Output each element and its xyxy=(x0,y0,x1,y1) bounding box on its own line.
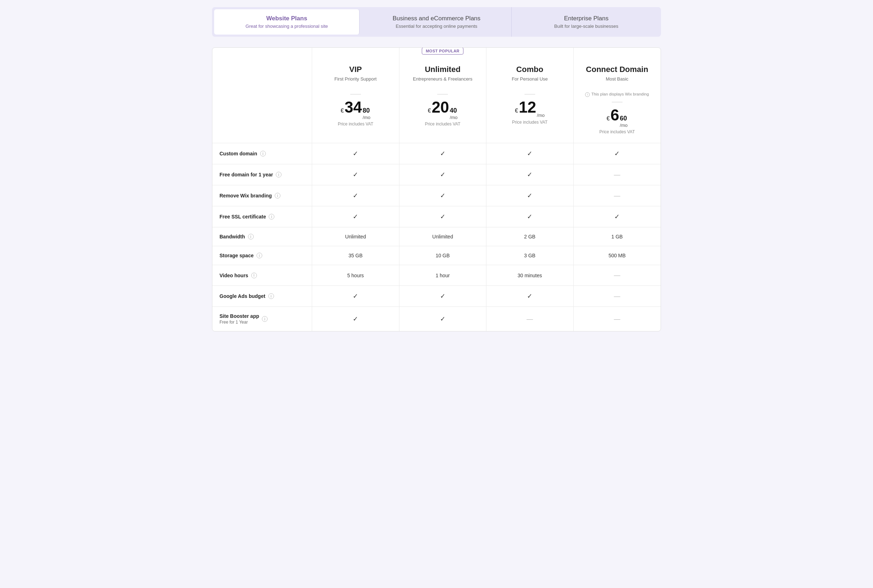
feature-cell-1-2: ✓ xyxy=(486,164,574,185)
info-icon-7[interactable]: i xyxy=(268,293,274,299)
tab-business-subtitle: Essential for accepting online payments xyxy=(372,24,500,29)
feature-label-text-8: Site Booster appFree for 1 Year xyxy=(219,313,259,325)
feature-cell-4-0: Unlimited xyxy=(312,227,399,246)
price-vat-vip: Price includes VAT xyxy=(318,122,393,126)
price-currency-unlimited: € xyxy=(428,108,431,114)
feature-label-7: Google Ads budgeti xyxy=(212,286,312,306)
feature-cell-2-0: ✓ xyxy=(312,185,399,206)
tab-enterprise-title: Enterprise Plans xyxy=(522,15,650,22)
check-icon-8-1: ✓ xyxy=(440,315,446,323)
value-text-4-0: Unlimited xyxy=(345,234,366,240)
plan-name-connect: Connect Domain xyxy=(579,65,655,74)
info-icon-5[interactable]: i xyxy=(256,253,262,258)
feature-cell-8-3: — xyxy=(574,307,661,331)
feature-label-text-6: Video hours xyxy=(219,273,248,278)
tab-enterprise-subtitle: Built for large-scale businesses xyxy=(522,24,650,29)
info-icon-2[interactable]: i xyxy=(275,193,280,198)
feature-cell-0-0: ✓ xyxy=(312,143,399,164)
check-icon-7-0: ✓ xyxy=(353,292,358,300)
info-icon-1[interactable]: i xyxy=(276,172,282,177)
feature-label-text-0: Custom domain xyxy=(219,151,257,156)
price-cents-unlimited: 40 xyxy=(450,107,457,115)
feature-cell-2-3: — xyxy=(574,185,661,206)
price-main-combo: 12 xyxy=(519,99,536,115)
check-icon-0-3: ✓ xyxy=(614,150,620,158)
feature-cell-6-3: — xyxy=(574,265,661,285)
price-period-combo: /mo xyxy=(537,112,545,118)
feature-row-1: Free domain for 1 yeari✓✓✓— xyxy=(212,164,661,185)
page-wrapper: Website Plans Great for showcasing a pro… xyxy=(205,0,668,339)
price-main-unlimited: 20 xyxy=(432,99,449,115)
check-icon-8-0: ✓ xyxy=(353,315,358,323)
feature-label-3: Free SSL certificatei xyxy=(212,206,312,227)
feature-label-text-4: Bandwidth xyxy=(219,234,245,240)
tab-website[interactable]: Website Plans Great for showcasing a pro… xyxy=(214,9,360,34)
feature-cell-5-0: 35 GB xyxy=(312,246,399,265)
plan-tagline-combo: For Personal Use xyxy=(492,76,568,89)
info-icon-8[interactable]: i xyxy=(262,316,268,322)
feature-cell-0-3: ✓ xyxy=(574,143,661,164)
price-period-connect: /mo xyxy=(620,123,628,128)
feature-row-8: Site Booster appFree for 1 Yeari✓✓—— xyxy=(212,306,661,331)
feature-row-6: Video hoursi5 hours1 hour30 minutes— xyxy=(212,265,661,285)
feature-cell-7-3: — xyxy=(574,286,661,306)
value-text-6-2: 30 minutes xyxy=(518,273,542,278)
tab-enterprise[interactable]: Enterprise Plans Built for large-scale b… xyxy=(512,7,661,37)
info-icon-0[interactable]: i xyxy=(260,151,266,156)
feature-cell-5-1: 10 GB xyxy=(399,246,487,265)
plan-header-combo: Combo For Personal Use € 12 /mo Price in… xyxy=(486,48,574,143)
plan-price-unlimited: € 20 40 /mo xyxy=(405,99,481,120)
check-icon-7-2: ✓ xyxy=(527,292,532,300)
tab-business-title: Business and eCommerce Plans xyxy=(372,15,500,22)
feature-cell-4-2: 2 GB xyxy=(486,227,574,246)
feature-cell-4-1: Unlimited xyxy=(399,227,487,246)
price-cents-period-combo: /mo xyxy=(537,112,545,118)
check-icon-1-0: ✓ xyxy=(353,171,358,178)
feature-rows: Custom domaini✓✓✓✓Free domain for 1 year… xyxy=(212,143,661,331)
plan-price-connect: € 6 60 /mo xyxy=(579,107,655,128)
feature-label-6: Video hoursi xyxy=(212,265,312,285)
price-cents-vip: 80 xyxy=(363,107,370,115)
feature-cell-6-0: 5 hours xyxy=(312,265,399,285)
feature-cell-7-2: ✓ xyxy=(486,286,574,306)
feature-cell-1-1: ✓ xyxy=(399,164,487,185)
feature-row-4: BandwidthiUnlimitedUnlimited2 GB1 GB xyxy=(212,227,661,246)
price-cents-connect: 60 xyxy=(620,115,627,123)
check-icon-3-3: ✓ xyxy=(614,213,620,220)
plan-name-unlimited: Unlimited xyxy=(405,65,481,74)
feature-label-2: Remove Wix brandingi xyxy=(212,185,312,206)
plan-divider-vip xyxy=(350,94,361,94)
feature-cell-7-0: ✓ xyxy=(312,286,399,306)
feature-label-text-2: Remove Wix branding xyxy=(219,193,272,198)
info-icon-6[interactable]: i xyxy=(251,273,257,278)
plan-price-vip: € 34 80 /mo xyxy=(318,99,393,120)
check-icon-2-0: ✓ xyxy=(353,192,358,200)
info-icon-4[interactable]: i xyxy=(248,234,254,240)
dash-icon-7-3: — xyxy=(614,292,620,300)
wix-branding-note: i This plan displays Wix branding xyxy=(579,92,655,97)
dash-icon-8-2: — xyxy=(526,315,533,323)
info-icon-3[interactable]: i xyxy=(268,214,274,219)
price-period-unlimited: /mo xyxy=(450,115,458,120)
wix-branding-info-icon: i xyxy=(585,92,590,97)
feature-cell-8-2: — xyxy=(486,307,574,331)
price-currency-connect: € xyxy=(606,116,610,122)
price-currency-vip: € xyxy=(340,108,344,114)
price-vat-unlimited: Price includes VAT xyxy=(405,122,481,126)
feature-cell-6-2: 30 minutes xyxy=(486,265,574,285)
plan-name-combo: Combo xyxy=(492,65,568,74)
price-cents-period-unlimited: 40 /mo xyxy=(450,107,458,120)
feature-cell-1-0: ✓ xyxy=(312,164,399,185)
value-text-5-2: 3 GB xyxy=(524,253,536,258)
plan-tagline-connect: Most Basic xyxy=(579,76,655,89)
plan-header-connect: Connect Domain Most Basic i This plan di… xyxy=(574,48,661,143)
dash-icon-6-3: — xyxy=(614,272,620,279)
feature-label-text-5: Storage space xyxy=(219,253,254,258)
feature-label-1: Free domain for 1 yeari xyxy=(212,164,312,185)
feature-label-text-1: Free domain for 1 year xyxy=(219,172,273,177)
tab-business[interactable]: Business and eCommerce Plans Essential f… xyxy=(362,7,512,37)
check-icon-0-2: ✓ xyxy=(527,150,532,158)
value-text-4-2: 2 GB xyxy=(524,234,536,240)
feature-row-7: Google Ads budgeti✓✓✓— xyxy=(212,285,661,306)
check-icon-2-2: ✓ xyxy=(527,192,532,200)
